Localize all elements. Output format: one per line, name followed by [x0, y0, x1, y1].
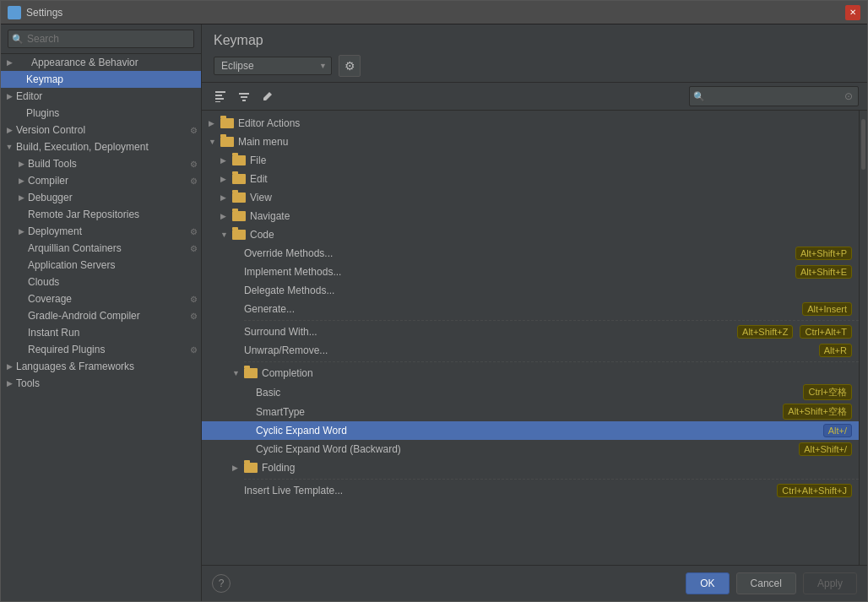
keymap-row-file[interactable]: ▶ File	[202, 151, 859, 170]
shortcut-badge: Alt+Shift+E	[795, 265, 852, 279]
sidebar-item-languages[interactable]: ▶ Languages & Frameworks	[1, 358, 201, 375]
keymap-row-implement-methods[interactable]: Implement Methods... Alt+Shift+E	[202, 263, 859, 281]
shortcut-badge: Ctrl+Alt+Shift+J	[777, 484, 852, 497]
keymap-dropdown[interactable]: Eclipse Default Mac OS X Emacs NetBeans …	[214, 57, 332, 75]
settings-badge: ⚙	[190, 160, 198, 169]
folder-icon	[232, 193, 246, 203]
keymap-row-override-methods[interactable]: Override Methods... Alt+Shift+P	[202, 244, 859, 263]
right-panel: Keymap Eclipse Default Mac OS X Emacs Ne…	[202, 24, 867, 601]
search-icon: 🔍	[12, 34, 24, 45]
sidebar-item-label: Application Servers	[28, 259, 115, 271]
collapse-all-button[interactable]	[234, 86, 254, 106]
keymap-search-input[interactable]	[708, 90, 843, 102]
sidebar-item-label: Required Plugins	[28, 344, 105, 355]
expand-arrow-icon: ▶	[220, 212, 232, 220]
keymap-item-label: Main menu	[238, 136, 852, 148]
sidebar-item-clouds[interactable]: Clouds	[1, 274, 201, 290]
panel-title: Keymap	[214, 33, 855, 48]
keymap-row-folding[interactable]: ▶ Folding	[202, 458, 859, 477]
sidebar-item-tools[interactable]: ▶ Tools	[1, 375, 201, 392]
search-action-icon[interactable]: ⊙	[843, 89, 854, 104]
edit-button[interactable]	[258, 86, 278, 106]
keymap-row-view[interactable]: ▶ View	[202, 188, 859, 207]
expand-arrow	[4, 74, 14, 84]
keymap-row-main-menu[interactable]: ▼ Main menu	[202, 133, 859, 151]
shortcut-badges: Alt+R	[816, 344, 852, 357]
folder-icon	[232, 211, 246, 221]
sidebar-item-editor[interactable]: ▶ Editor	[1, 88, 201, 105]
keymap-row-code[interactable]: ▼ Code	[202, 225, 859, 244]
sidebar-item-build[interactable]: ▼ Build, Execution, Deployment	[1, 138, 201, 155]
keymap-row-cyclic-expand-word[interactable]: Cyclic Expand Word Alt+/	[202, 421, 859, 440]
shortcut-badge: Alt+Shift+/	[799, 442, 852, 456]
keymap-settings-button[interactable]: ⚙	[339, 55, 361, 77]
expand-arrow-icon: ▶	[209, 119, 220, 127]
sidebar-item-keymap[interactable]: Keymap	[1, 71, 201, 88]
shortcut-badges: Alt+Shift+E	[792, 265, 852, 279]
scrollbar-thumb[interactable]	[861, 119, 865, 170]
sidebar-item-gradle-android[interactable]: Gradle-Android Compiler ⚙	[1, 307, 201, 324]
scrollbar[interactable]	[859, 111, 867, 565]
keymap-row-surround-with[interactable]: Surround With... Alt+Shift+Z Ctrl+Alt+T	[202, 323, 859, 341]
separator	[244, 361, 859, 362]
sidebar-item-build-tools[interactable]: ▶ Build Tools ⚙	[1, 155, 201, 172]
sidebar-item-debugger[interactable]: ▶ Debugger	[1, 189, 201, 206]
bottom-buttons: OK Cancel Apply	[686, 572, 857, 594]
ok-button[interactable]: OK	[686, 572, 729, 594]
sidebar-search-input[interactable]	[8, 30, 194, 48]
keymap-item-label: Override Methods...	[244, 247, 792, 259]
cancel-button[interactable]: Cancel	[736, 572, 796, 594]
keymap-tree: ▶ Editor Actions ▼ Main menu ▶ Fi	[202, 111, 859, 565]
keymap-row-completion[interactable]: ▼ Completion	[202, 364, 859, 382]
sidebar-item-version-control[interactable]: ▶ Version Control ⚙	[1, 122, 201, 138]
keymap-item-label: Navigate	[250, 210, 852, 222]
keymap-row-edit[interactable]: ▶ Edit	[202, 170, 859, 188]
expand-all-button[interactable]	[210, 86, 231, 106]
keymap-row-basic[interactable]: Basic Ctrl+空格	[202, 382, 859, 402]
help-button[interactable]: ?	[212, 574, 231, 593]
sidebar-item-app-servers[interactable]: Application Servers	[1, 257, 201, 274]
sidebar-item-required-plugins[interactable]: Required Plugins ⚙	[1, 341, 201, 358]
keymap-item-label: Editor Actions	[238, 117, 852, 129]
keymap-row-editor-actions[interactable]: ▶ Editor Actions	[202, 114, 859, 133]
sidebar-item-arquillian[interactable]: Arquillian Containers ⚙	[1, 240, 201, 257]
keymap-row-insert-live-template[interactable]: Insert Live Template... Ctrl+Alt+Shift+J	[202, 481, 859, 500]
shortcut-badges: Alt+Shift+空格	[779, 404, 852, 420]
keymap-item-label: Delegate Methods...	[244, 285, 852, 296]
shortcut-badge: Alt+/	[823, 424, 852, 437]
keymap-item-label: Insert Live Template...	[244, 485, 773, 496]
folder-icon	[232, 155, 246, 165]
folder-icon	[244, 463, 258, 473]
sidebar-item-plugins[interactable]: Plugins	[1, 105, 201, 122]
shortcut-badges: Alt+Shift+Z Ctrl+Alt+T	[734, 325, 852, 339]
svg-rect-3	[215, 101, 220, 102]
sidebar-item-label: Compiler	[28, 175, 68, 187]
expand-arrow: ▶	[4, 91, 14, 101]
keymap-row-cyclic-expand-word-backward[interactable]: Cyclic Expand Word (Backward) Alt+Shift+…	[202, 440, 859, 458]
sidebar-item-remote-jar[interactable]: Remote Jar Repositories	[1, 206, 201, 223]
close-button[interactable]: ✕	[845, 5, 860, 20]
keymap-row-delegate-methods[interactable]: Delegate Methods...	[202, 281, 859, 300]
sidebar-item-label: Plugins	[26, 107, 59, 119]
expand-arrow-icon: ▶	[232, 464, 244, 472]
sidebar-item-appearance[interactable]: ▶ Appearance & Behavior	[1, 54, 201, 71]
keymap-item-label: Generate...	[244, 303, 799, 315]
folder-icon	[220, 137, 234, 147]
keymap-item-label: Unwrap/Remove...	[244, 344, 816, 356]
keymap-row-navigate[interactable]: ▶ Navigate	[202, 207, 859, 225]
keymap-dropdown-wrapper: Eclipse Default Mac OS X Emacs NetBeans …	[214, 57, 332, 75]
keymap-row-unwrap-remove[interactable]: Unwrap/Remove... Alt+R	[202, 341, 859, 360]
keymap-item-label: Cyclic Expand Word (Backward)	[256, 443, 795, 455]
expand-arrow	[4, 108, 14, 118]
keymap-row-generate[interactable]: Generate... Alt+Insert	[202, 300, 859, 318]
sidebar-item-deployment[interactable]: ▶ Deployment ⚙	[1, 223, 201, 240]
sidebar-item-coverage[interactable]: Coverage ⚙	[1, 290, 201, 307]
sidebar-item-instant-run[interactable]: Instant Run	[1, 324, 201, 341]
keymap-toolbar: 🔍 ⊙	[202, 83, 867, 111]
keymap-row-smart-type[interactable]: SmartType Alt+Shift+空格	[202, 402, 859, 421]
apply-button[interactable]: Apply	[803, 572, 857, 594]
expand-arrow-icon: ▼	[220, 230, 232, 239]
sidebar-item-label: Build, Execution, Deployment	[16, 141, 149, 153]
sidebar-item-label: Version Control	[16, 124, 85, 136]
sidebar-item-compiler[interactable]: ▶ Compiler ⚙	[1, 172, 201, 189]
